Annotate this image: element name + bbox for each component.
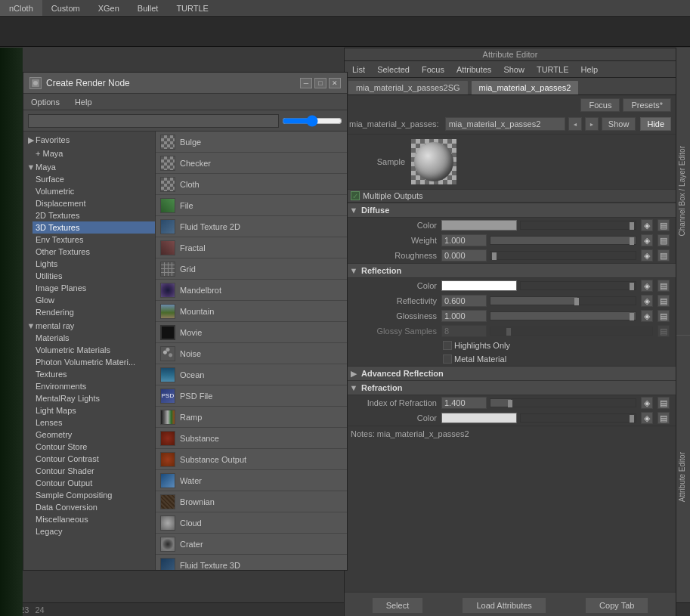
attr-menu-list[interactable]: List: [349, 63, 368, 76]
texture-item-mandelbrot[interactable]: Mandelbrot: [156, 280, 347, 301]
attr-menu-selected[interactable]: Selected: [374, 63, 413, 76]
texture-item-ocean[interactable]: Ocean: [156, 364, 347, 385]
tree-child-contour-output[interactable]: Contour Output: [32, 477, 155, 489]
texture-item-file[interactable]: File: [156, 195, 347, 216]
tree-item-mental-ray[interactable]: ▼ mental ray Materials Volumetric Materi…: [23, 319, 155, 538]
glossiness-icon1[interactable]: ◈: [641, 310, 653, 322]
glossy-samples-value[interactable]: [441, 325, 487, 337]
reflectivity-value[interactable]: [441, 295, 487, 307]
reflection-color-icon2[interactable]: ▤: [658, 280, 670, 292]
tree-child-mentalray-lights[interactable]: MentalRay Lights: [32, 392, 155, 404]
refraction-color-icon2[interactable]: ▤: [658, 412, 670, 424]
diffuse-roughness-value[interactable]: [441, 249, 487, 262]
ior-slider[interactable]: [490, 398, 636, 407]
node-btn-1[interactable]: ◄: [568, 117, 582, 131]
texture-item-water[interactable]: Water: [156, 470, 347, 491]
diffuse-weight-value[interactable]: [441, 234, 487, 246]
texture-item-psd-file[interactable]: PSDPSD File: [156, 385, 347, 407]
texture-item-bulge[interactable]: Bulge: [156, 132, 347, 153]
highlights-only-check[interactable]: Highlights Only: [443, 341, 510, 350]
texture-item-ramp[interactable]: Ramp: [156, 407, 347, 428]
texture-item-brownian[interactable]: Brownian: [156, 491, 347, 512]
tree-child-materials[interactable]: Materials: [32, 332, 155, 344]
copy-tab-button[interactable]: Copy Tab: [585, 597, 648, 614]
tree-child-geometry[interactable]: Geometry: [32, 429, 155, 441]
diffuse-section-header[interactable]: ▼ Diffuse: [345, 203, 676, 218]
top-menu-turtle[interactable]: TURTLE: [167, 0, 218, 16]
tree-item-maya[interactable]: ▼ Maya Surface Volumetric Displacement 2…: [23, 160, 155, 319]
attr-menu-attributes[interactable]: Attributes: [453, 63, 494, 76]
top-menu-ncloth[interactable]: nCloth: [0, 0, 42, 16]
diffuse-color-icon2[interactable]: ▤: [658, 219, 670, 231]
tree-child-miscellaneous[interactable]: Miscellaneous: [32, 513, 155, 525]
adv-reflection-header[interactable]: ▶ Advanced Reflection: [345, 366, 676, 380]
diffuse-roughness-icon1[interactable]: ◈: [641, 249, 653, 262]
metal-checkbox[interactable]: [443, 354, 452, 364]
texture-item-substance[interactable]: Substance: [156, 428, 347, 449]
tree-child-volumetric-materials[interactable]: Volumetric Materials: [32, 344, 155, 356]
tree-child-other-textures[interactable]: Other Textures: [32, 246, 155, 258]
texture-item-mountain[interactable]: Mountain: [156, 301, 347, 322]
tree-child-image-planes[interactable]: Image Planes: [32, 282, 155, 294]
menu-options[interactable]: Options: [28, 96, 63, 108]
reflection-color-slider[interactable]: [520, 281, 636, 290]
tree-child-env-textures[interactable]: Env Textures: [32, 234, 155, 246]
top-menu-custom[interactable]: Custom: [42, 0, 89, 16]
refraction-section-header[interactable]: ▼ Refraction: [345, 380, 676, 395]
texture-item-noise[interactable]: Noise: [156, 343, 347, 364]
texture-item-fractal[interactable]: Fractal: [156, 237, 347, 258]
reflection-color-icon1[interactable]: ◈: [641, 280, 653, 292]
focus-button[interactable]: Focus: [580, 98, 620, 112]
glossiness-value[interactable]: [441, 310, 487, 322]
tree-child-lights[interactable]: Lights: [32, 258, 155, 270]
tree-child-textures[interactable]: Textures: [32, 368, 155, 380]
select-button[interactable]: Select: [372, 597, 424, 614]
diffuse-weight-slider[interactable]: [490, 236, 636, 245]
reflectivity-icon1[interactable]: ◈: [641, 295, 653, 307]
tree-child-photon-vol[interactable]: Photon Volumetric Materi...: [32, 356, 155, 368]
attr-menu-show[interactable]: Show: [500, 63, 528, 76]
glossiness-icon2[interactable]: ▤: [658, 310, 670, 322]
tree-item-maya-plus[interactable]: + Maya: [23, 147, 155, 160]
search-slider[interactable]: [282, 115, 342, 127]
reflectivity-icon2[interactable]: ▤: [658, 295, 670, 307]
refraction-color-icon1[interactable]: ◈: [641, 412, 653, 424]
diffuse-weight-icon1[interactable]: ◈: [641, 234, 653, 246]
reflection-section-header[interactable]: ▼ Reflection: [345, 263, 676, 278]
tree-child-volumetric[interactable]: Volumetric: [32, 185, 155, 197]
texture-item-movie[interactable]: Movie: [156, 322, 347, 343]
highlights-checkbox[interactable]: [443, 341, 452, 350]
texture-item-fluid-texture-3d[interactable]: Fluid Texture 3D: [156, 555, 347, 570]
window-minimize-button[interactable]: ─: [300, 78, 312, 88]
refraction-color-swatch[interactable]: [441, 413, 517, 423]
diffuse-color-icon1[interactable]: ◈: [641, 219, 653, 231]
sample-sphere[interactable]: [411, 139, 456, 184]
node-name-input[interactable]: [445, 117, 565, 131]
ior-value[interactable]: [441, 397, 487, 409]
top-menu-bullet[interactable]: Bullet: [128, 0, 168, 16]
texture-item-cloud[interactable]: Cloud: [156, 512, 347, 534]
tree-child-contour-shader[interactable]: Contour Shader: [32, 465, 155, 477]
diffuse-roughness-slider[interactable]: [490, 251, 636, 260]
reflection-color-swatch[interactable]: [441, 280, 517, 291]
node-btn-2[interactable]: ►: [585, 117, 599, 131]
tree-child-utilities[interactable]: Utilities: [32, 270, 155, 282]
window-close-button[interactable]: ✕: [329, 78, 341, 88]
texture-item-substance-output[interactable]: Substance Output: [156, 449, 347, 470]
ior-icon2[interactable]: ▤: [658, 397, 670, 409]
reflectivity-slider[interactable]: [490, 296, 636, 305]
texture-item-grid[interactable]: Grid: [156, 258, 347, 280]
tree-child-glow[interactable]: Glow: [32, 294, 155, 306]
diffuse-roughness-icon2[interactable]: ▤: [658, 249, 670, 262]
tree-child-surface[interactable]: Surface: [32, 173, 155, 185]
hide-button[interactable]: Hide: [640, 117, 671, 131]
ior-icon1[interactable]: ◈: [641, 397, 653, 409]
diffuse-weight-icon2[interactable]: ▤: [658, 234, 670, 246]
refraction-color-slider[interactable]: [520, 413, 636, 423]
search-input[interactable]: [28, 114, 279, 128]
attr-menu-focus[interactable]: Focus: [419, 63, 447, 76]
tree-item-favorites[interactable]: ▶ Favorites: [23, 133, 155, 147]
texture-item-fluid-texture-2d[interactable]: Fluid Texture 2D: [156, 216, 347, 237]
menu-help[interactable]: Help: [72, 96, 95, 108]
tree-child-contour-store[interactable]: Contour Store: [32, 441, 155, 453]
